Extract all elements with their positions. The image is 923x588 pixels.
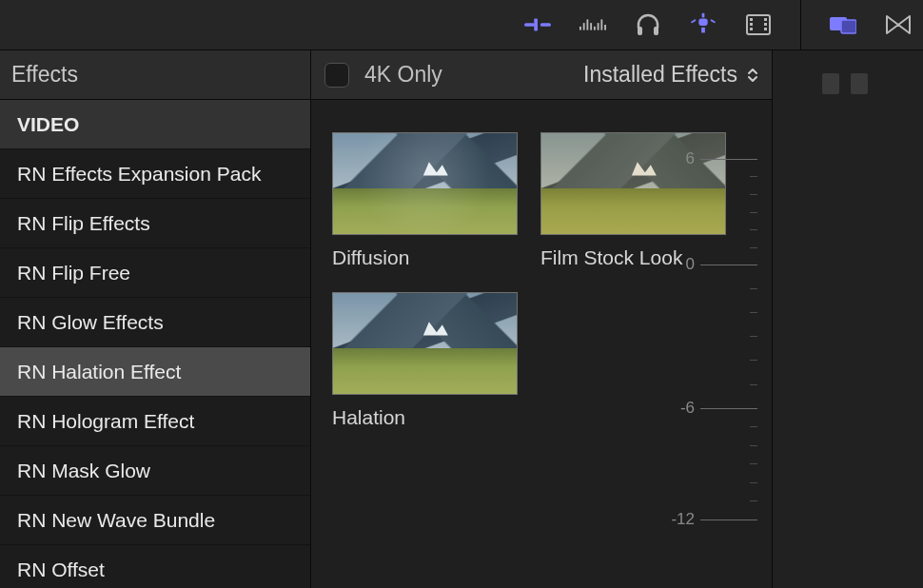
color-board-icon[interactable] bbox=[524, 11, 551, 38]
sidebar-item-label: VIDEO bbox=[17, 113, 79, 136]
meter-tick-minor bbox=[750, 384, 757, 385]
effects-sidebar: Effects VIDEO RN Effects Expansion Pack … bbox=[0, 50, 311, 588]
sidebar-item-flip-free[interactable]: RN Flip Free bbox=[0, 248, 310, 298]
meter-tick-minor bbox=[750, 176, 757, 177]
4k-only-label: 4K Only bbox=[364, 62, 442, 88]
svg-rect-10 bbox=[604, 25, 606, 30]
meter-tick-major bbox=[700, 408, 757, 409]
bowtie-icon[interactable] bbox=[885, 11, 912, 38]
effect-label: Halation bbox=[332, 406, 518, 429]
meter-bar-right bbox=[851, 73, 868, 94]
audio-meters-icon[interactable] bbox=[579, 11, 606, 38]
sidebar-item-label: RN Flip Free bbox=[17, 262, 130, 284]
svg-rect-9 bbox=[600, 19, 602, 29]
headphones-icon[interactable] bbox=[635, 11, 661, 38]
svg-rect-2 bbox=[540, 23, 551, 27]
effect-label: Diffusion bbox=[332, 246, 518, 269]
meter-tick-major bbox=[700, 159, 757, 160]
svg-rect-6 bbox=[590, 23, 592, 29]
svg-rect-24 bbox=[764, 28, 767, 30]
sidebar-category-video[interactable]: VIDEO bbox=[0, 100, 310, 149]
svg-rect-22 bbox=[764, 18, 767, 21]
effects-panel: 4K Only Installed Effects Diffusion bbox=[311, 50, 773, 588]
sidebar-item-label: RN Effects Expansion Pack bbox=[17, 163, 261, 186]
meter-tick-major bbox=[700, 265, 757, 265]
svg-rect-5 bbox=[586, 19, 588, 29]
svg-rect-16 bbox=[710, 19, 716, 23]
meter-tick-label: -12 bbox=[660, 510, 695, 529]
sidebar-item-expansion-pack[interactable]: RN Effects Expansion Pack bbox=[0, 149, 310, 199]
effect-label: Film Stock Look bbox=[540, 246, 726, 269]
sidebar-item-label: RN Offset bbox=[17, 559, 105, 581]
meter-tick-minor bbox=[750, 312, 757, 313]
svg-rect-13 bbox=[698, 18, 707, 25]
meter-tick-minor bbox=[750, 482, 757, 483]
sidebar-item-flip-effects[interactable]: RN Flip Effects bbox=[0, 199, 310, 248]
audio-meters-panel: 60-6-12 bbox=[773, 50, 923, 588]
sidebar-item-label: RN Glow Effects bbox=[17, 311, 164, 334]
svg-rect-17 bbox=[702, 13, 705, 18]
meter-tick-minor bbox=[750, 194, 757, 195]
meter-tick-minor bbox=[750, 212, 757, 213]
svg-rect-7 bbox=[594, 27, 596, 30]
effect-thumbnail bbox=[332, 292, 518, 395]
svg-rect-23 bbox=[764, 23, 767, 26]
sidebar-item-halation-effect[interactable]: RN Halation Effect bbox=[0, 347, 310, 397]
meter-tick-major bbox=[700, 519, 757, 520]
effect-thumbnail bbox=[332, 132, 518, 235]
4k-only-checkbox[interactable] bbox=[324, 63, 349, 88]
meter-tick-minor bbox=[750, 229, 757, 230]
sidebar-item-offset[interactable]: RN Offset bbox=[0, 545, 310, 588]
svg-rect-26 bbox=[841, 20, 856, 33]
sidebar-item-new-wave-bundle[interactable]: RN New Wave Bundle bbox=[0, 496, 310, 545]
meter-bar-left bbox=[822, 73, 839, 94]
chevron-updown-icon bbox=[747, 67, 758, 84]
svg-rect-0 bbox=[524, 23, 535, 27]
svg-rect-8 bbox=[598, 23, 599, 29]
effect-tile-diffusion[interactable]: Diffusion bbox=[332, 132, 518, 269]
svg-rect-19 bbox=[750, 18, 753, 21]
installed-effects-dropdown[interactable]: Installed Effects bbox=[583, 62, 758, 88]
svg-rect-20 bbox=[750, 23, 753, 26]
sidebar-item-hologram-effect[interactable]: RN Hologram Effect bbox=[0, 397, 310, 446]
sidebar-title: Effects bbox=[0, 50, 310, 100]
meter-tick-minor bbox=[750, 445, 757, 446]
meter-tick-minor bbox=[750, 336, 757, 337]
svg-rect-14 bbox=[701, 28, 705, 33]
top-toolbar bbox=[0, 0, 923, 50]
effects-panel-header: 4K Only Installed Effects bbox=[311, 50, 772, 100]
dropdown-label: Installed Effects bbox=[583, 62, 737, 88]
meter-tick-minor bbox=[750, 247, 757, 248]
sidebar-item-mask-glow[interactable]: RN Mask Glow bbox=[0, 446, 310, 496]
sidebar-item-label: RN Mask Glow bbox=[17, 460, 150, 482]
svg-rect-3 bbox=[579, 27, 581, 30]
enhance-icon[interactable] bbox=[690, 11, 717, 38]
meter-tick-label: -6 bbox=[660, 399, 695, 418]
meter-tick-minor bbox=[750, 426, 757, 427]
effect-tile-film-stock-look[interactable]: Film Stock Look bbox=[540, 132, 726, 269]
sidebar-list: VIDEO RN Effects Expansion Pack RN Flip … bbox=[0, 100, 310, 588]
meter-bars bbox=[822, 73, 868, 94]
meter-tick-label: 6 bbox=[660, 149, 695, 168]
effect-tile-halation[interactable]: Halation bbox=[332, 292, 518, 429]
meter-tick-minor bbox=[750, 360, 757, 361]
effect-thumbnail bbox=[540, 132, 726, 235]
svg-rect-12 bbox=[654, 27, 658, 35]
svg-rect-4 bbox=[583, 23, 585, 29]
svg-rect-15 bbox=[691, 19, 697, 23]
meter-tick-minor bbox=[750, 288, 757, 289]
svg-rect-21 bbox=[750, 28, 753, 30]
meter-tick-minor bbox=[750, 500, 757, 501]
transitions-icon[interactable] bbox=[830, 11, 856, 38]
sidebar-item-label: RN Flip Effects bbox=[17, 212, 150, 235]
meter-tick-label: 0 bbox=[660, 255, 695, 274]
sidebar-item-glow-effects[interactable]: RN Glow Effects bbox=[0, 298, 310, 347]
effects-icon[interactable] bbox=[745, 11, 772, 38]
sidebar-item-label: RN Halation Effect bbox=[17, 361, 181, 383]
meter-tick-minor bbox=[750, 463, 757, 464]
sidebar-item-label: RN New Wave Bundle bbox=[17, 509, 215, 532]
svg-rect-11 bbox=[638, 27, 642, 35]
sidebar-item-label: RN Hologram Effect bbox=[17, 410, 194, 433]
svg-rect-1 bbox=[534, 18, 538, 30]
